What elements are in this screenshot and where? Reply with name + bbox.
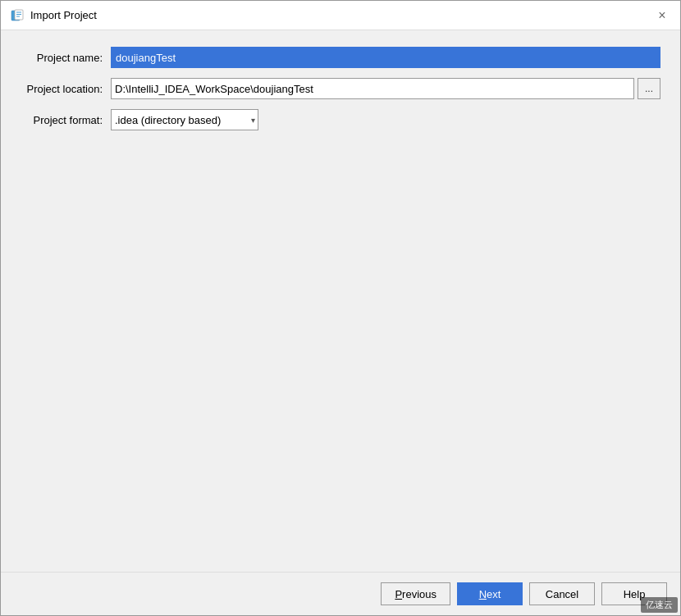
dialog-footer: Previous Next Cancel Help: [1, 572, 680, 615]
project-format-select-wrapper: .idea (directory based) .ipr (file based…: [111, 109, 258, 130]
dialog-content: Project name: Project location: ... Proj…: [1, 30, 680, 572]
project-format-select[interactable]: .idea (directory based) .ipr (file based…: [111, 109, 258, 130]
project-format-row: Project format: .idea (directory based) …: [21, 109, 660, 130]
project-location-label: Project location:: [21, 83, 111, 95]
project-name-row: Project name:: [21, 47, 660, 68]
next-label: Next: [479, 588, 501, 600]
cancel-button[interactable]: Cancel: [529, 582, 595, 605]
project-location-row: Project location: ...: [21, 78, 660, 99]
project-location-browse-button[interactable]: ...: [638, 78, 660, 99]
project-location-input[interactable]: [111, 78, 634, 99]
title-bar-left: Import Project: [11, 9, 97, 22]
previous-button[interactable]: Previous: [381, 582, 450, 605]
dialog-title: Import Project: [30, 9, 97, 21]
project-name-input[interactable]: [111, 47, 660, 68]
dialog-icon: [11, 9, 24, 22]
title-bar: Import Project ×: [1, 1, 680, 30]
project-format-select-group: .idea (directory based) .ipr (file based…: [111, 109, 258, 130]
project-location-input-group: ...: [111, 78, 660, 99]
project-format-label: Project format:: [21, 114, 111, 126]
project-name-label: Project name:: [21, 52, 111, 64]
next-button[interactable]: Next: [457, 582, 523, 605]
watermark: 亿速云: [641, 597, 678, 613]
close-button[interactable]: ×: [654, 7, 670, 24]
previous-label: Previous: [395, 588, 436, 600]
import-project-dialog: Import Project × Project name: Project l…: [0, 0, 681, 616]
